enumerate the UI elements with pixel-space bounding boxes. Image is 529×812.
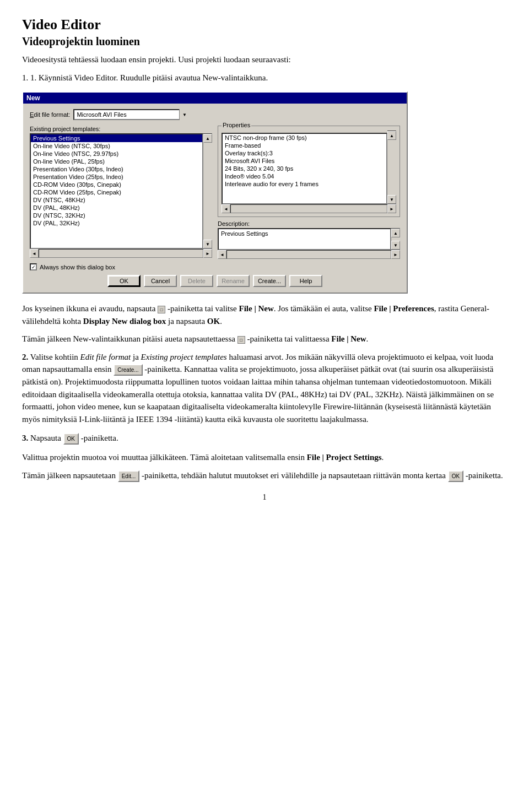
page-title: Video Editor <box>22 17 507 33</box>
templates-listbox-wrapper: Previous Settings On-line Video (NTSC, 3… <box>30 133 212 249</box>
desc-scroll-up[interactable]: ▲ <box>391 229 400 237</box>
template-item-4[interactable]: Presentation Video (30fps, Indeo) <box>31 165 202 173</box>
description-scrollbar[interactable]: ▲ ▼ <box>391 228 400 250</box>
template-item-9[interactable]: DV (PAL, 48KHz) <box>31 204 202 212</box>
edit-inline-btn: Edit... <box>118 470 140 482</box>
properties-hscroll: ◄ ► <box>222 204 396 213</box>
description-value: Previous Settings <box>221 230 268 237</box>
prop-scroll-down[interactable]: ▼ <box>387 195 396 204</box>
template-item-6[interactable]: CD-ROM Video (30fps, Cinepak) <box>31 181 202 188</box>
step1-label: 1. <box>22 73 30 82</box>
conclusion2-end: -painiketta. <box>463 471 503 480</box>
dialog-buttons: OK Cancel Delete Rename Create... Help <box>30 275 400 287</box>
step3-block: 3. Napsauta OK -painiketta. <box>22 432 507 445</box>
ok-inline-btn2: OK <box>448 470 463 482</box>
template-item-0[interactable]: Previous Settings <box>31 134 202 142</box>
scroll-down-btn[interactable]: ▼ <box>203 240 212 248</box>
hscroll-right-btn[interactable]: ► <box>203 249 212 258</box>
templates-hscroll: ◄ ► <box>30 249 212 258</box>
properties-scrollbar[interactable]: ▲ ▼ <box>387 131 396 204</box>
template-item-10[interactable]: DV (NTSC, 32KHz) <box>31 212 202 219</box>
checkbox-row: ✓ Always show this dialog box <box>30 263 400 270</box>
templates-listbox[interactable]: Previous Settings On-line Video (NTSC, 3… <box>30 133 203 249</box>
rename-button[interactable]: Rename <box>217 275 250 287</box>
prop-scroll-up[interactable]: ▲ <box>387 131 396 140</box>
page-footer: 1 <box>22 493 507 502</box>
templates-scrollbar[interactable]: ▲ ▼ <box>203 133 212 249</box>
templates-label: Existing project templates: <box>30 126 212 132</box>
prop-item-5: Indeo® video 5.04 <box>223 172 386 180</box>
checkbox-label: Always show this dialog box <box>40 264 115 270</box>
dialog-container: New Edit file format: Microsoft AVI File… <box>22 91 507 294</box>
templates-panel: Existing project templates: Previous Set… <box>30 126 212 259</box>
ok-inline-btn: OK <box>63 433 79 445</box>
prop-hscroll-right[interactable]: ► <box>387 204 396 213</box>
prop-item-4: 24 Bits, 320 x 240, 30 fps <box>223 165 386 172</box>
intro-paragraph: Videoesitystä tehtäessä luodaan ensin pr… <box>22 53 507 66</box>
cancel-button[interactable]: Cancel <box>144 275 177 287</box>
description-box: Previous Settings <box>218 228 391 250</box>
desc-hscroll-right[interactable]: ► <box>391 250 400 259</box>
hscroll-left-btn[interactable]: ◄ <box>30 249 39 258</box>
prop-item-3: Microsoft AVI Files <box>223 157 386 165</box>
properties-group-label: Properties <box>222 122 251 128</box>
create-inline-btn: Create... <box>114 364 142 376</box>
description-section: Description: Previous Settings ▲ ▼ <box>218 220 400 259</box>
template-item-11[interactable]: DV (PAL, 32KHz) <box>31 219 202 227</box>
conclusion2: Tämän jälkeen napsautetaan Edit... -pain… <box>22 469 507 482</box>
always-show-checkbox[interactable]: ✓ <box>30 263 37 270</box>
step1-block: 1. 1. Käynnistä Video Editor. Ruudulle p… <box>22 72 507 84</box>
conclusion1-text: Valittua projektin muotoa voi muuttaa jä… <box>22 453 384 462</box>
dialog-titlebar: New <box>23 93 407 104</box>
page-subtitle: Videoprojektin luominen <box>22 35 507 48</box>
conclusion2-mid: -painiketta, tehdään halutut muutokset e… <box>139 471 447 480</box>
file-format-select-wrapper[interactable]: Microsoft AVI Files ▼ <box>73 109 189 120</box>
step3-number: 3. <box>22 434 28 442</box>
properties-panel: Properties NTSC non-drop frame (30 fps) … <box>218 126 400 259</box>
dialog-main-area: Existing project templates: Previous Set… <box>30 126 400 259</box>
properties-listbox[interactable]: NTSC non-drop frame (30 fps) Frame-based… <box>222 133 387 204</box>
prop-item-0: NTSC non-drop frame (30 fps) <box>223 134 386 142</box>
step2-block: 2. Valitse kohtiin Edit file format ja E… <box>22 351 507 426</box>
file-format-arrow[interactable]: ▼ <box>179 109 189 120</box>
properties-listbox-wrapper: NTSC non-drop frame (30 fps) Frame-based… <box>222 131 396 204</box>
step2-number: 2. <box>22 353 28 361</box>
create-button[interactable]: Create... <box>253 275 286 287</box>
delete-button[interactable]: Delete <box>180 275 213 287</box>
para2: Tämän jälkeen New-valintaikkunan pitäisi… <box>22 333 507 345</box>
prop-item-1: Frame-based <box>223 142 386 149</box>
desc-hscroll-left[interactable]: ◄ <box>218 250 226 259</box>
step3-pre: Napsauta <box>30 434 63 442</box>
intro-line1: Videoesitystä tehtäessä luodaan ensin pr… <box>22 55 291 64</box>
page-number: 1 <box>263 493 267 501</box>
scroll-up-btn[interactable]: ▲ <box>203 134 212 143</box>
template-item-1[interactable]: On-line Video (NTSC, 30fps) <box>31 142 202 150</box>
step3-end: -painiketta. <box>79 434 118 442</box>
help-button[interactable]: Help <box>289 275 322 287</box>
ok-button[interactable]: OK <box>107 275 141 287</box>
conclusion2-pre: Tämän jälkeen napsautetaan <box>22 471 118 480</box>
new-icon: □ <box>158 306 165 313</box>
file-format-label: Edit file format: <box>30 111 70 118</box>
para2-pre: Tämän jälkeen New-valintaikkunan pitäisi… <box>22 334 237 343</box>
description-hscroll: ◄ ► <box>218 250 400 259</box>
dialog-title: New <box>26 94 40 102</box>
description-wrapper: Previous Settings ▲ ▼ <box>218 228 400 250</box>
description-label: Description: <box>218 220 400 227</box>
prop-item-2: Overlay track(s):3 <box>223 149 386 157</box>
template-item-3[interactable]: On-line Video (PAL, 25fps) <box>31 158 202 165</box>
template-item-2[interactable]: On-line Video (NTSC, 29.97fps) <box>31 150 202 158</box>
new-icon2: □ <box>237 336 245 344</box>
dialog-body: Edit file format: Microsoft AVI Files ▼ … <box>23 104 407 293</box>
file-format-row: Edit file format: Microsoft AVI Files ▼ <box>30 109 400 120</box>
para2-mid: -painiketta tai valittaessa File | New. <box>245 334 369 343</box>
template-item-5[interactable]: Presentation Video (25fps, Indeo) <box>31 173 202 181</box>
new-dialog: New Edit file format: Microsoft AVI File… <box>22 91 408 294</box>
prop-hscroll-left[interactable]: ◄ <box>222 204 230 213</box>
template-item-7[interactable]: CD-ROM Video (25fps, Cinepak) <box>31 188 202 196</box>
template-item-8[interactable]: DV (NTSC, 48KHz) <box>31 196 202 204</box>
prop-item-6: Interleave audio for every 1 frames <box>223 180 386 188</box>
para1: Jos kyseinen ikkuna ei avaudu, napsauta … <box>22 302 507 327</box>
para1-pre: Jos kyseinen ikkuna ei avaudu, napsauta <box>22 304 158 313</box>
desc-scroll-down[interactable]: ▼ <box>391 241 400 250</box>
